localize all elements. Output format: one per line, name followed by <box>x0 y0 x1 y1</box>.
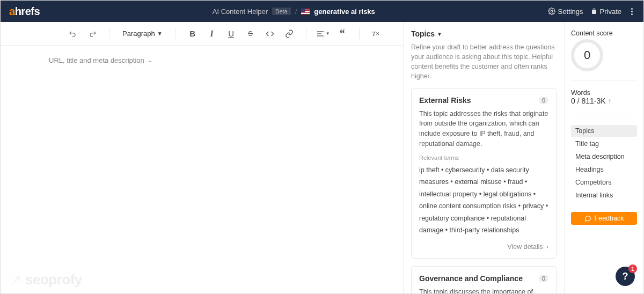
chevron-down-icon: ⌄ <box>148 57 152 63</box>
gear-icon <box>548 8 555 15</box>
header-right: Settings Private <box>548 6 635 17</box>
feedback-button[interactable]: Feedback <box>571 212 637 225</box>
view-details-label: View details <box>507 243 543 251</box>
bold-button[interactable]: B <box>185 26 201 42</box>
quote-button[interactable]: “ <box>334 26 350 42</box>
nav-list: Topics Title tag Meta description Headin… <box>571 125 637 201</box>
watermark-text: seoprofy <box>25 271 82 288</box>
paragraph-dropdown[interactable]: Paragraph ▼ <box>118 30 167 38</box>
topic-card-title: External Risks <box>419 96 471 105</box>
words-value-row: 0 / 811-3K ↑ <box>571 97 637 105</box>
chat-icon <box>584 215 591 222</box>
link-button[interactable] <box>281 26 297 42</box>
svg-point-0 <box>551 10 553 12</box>
paragraph-label: Paragraph <box>122 30 155 38</box>
topics-panel: Topics ▼ Refine your draft to better add… <box>403 22 564 293</box>
product-name: AI Content Helper <box>213 8 268 16</box>
undo-button[interactable] <box>65 26 81 42</box>
topic-card-terms: ip theft • cybersecurity • data security… <box>419 164 548 237</box>
topics-panel-desc: Refine your draft to better address the … <box>411 42 557 82</box>
chevron-right-icon: › <box>546 243 548 251</box>
relevant-terms-label: Relevant terms <box>419 155 548 161</box>
content-score-section: Content score 0 <box>571 30 637 71</box>
url-title-meta-toggle[interactable]: URL, title and meta description ⌄ <box>49 56 371 64</box>
divider <box>571 80 637 80</box>
chevron-down-icon: ▼ <box>437 31 442 37</box>
code-button[interactable] <box>262 26 278 42</box>
nav-headings[interactable]: Headings <box>571 164 637 175</box>
lock-icon <box>591 8 597 14</box>
view-details-link[interactable]: View details › <box>419 243 548 251</box>
settings-label: Settings <box>558 8 583 16</box>
topic-card-desc: This topic discusses the importance of g… <box>419 287 548 294</box>
nav-competitors[interactable]: Competitors <box>571 177 637 188</box>
words-value: 0 / 811-3K <box>571 97 606 105</box>
main-layout: Paragraph ▼ B I U S ▼ “ T✕ URL, title an… <box>1 22 643 293</box>
clear-format-button[interactable]: T✕ <box>368 26 384 42</box>
logo-a: a <box>9 5 15 17</box>
feedback-label: Feedback <box>595 215 624 222</box>
header-breadcrumb: AI Content Helper Beta / generative ai r… <box>46 8 541 16</box>
nav-meta-description[interactable]: Meta description <box>571 151 637 163</box>
private-link[interactable]: Private <box>591 8 621 16</box>
score-panel: Content score 0 Words 0 / 811-3K ↑ Topic… <box>564 22 643 293</box>
breadcrumb-divider: / <box>295 8 297 16</box>
chevron-down-icon: ▼ <box>157 31 163 36</box>
menu-kebab-icon[interactable] <box>629 6 635 17</box>
editor-toolbar: Paragraph ▼ B I U S ▼ “ T✕ <box>1 22 403 46</box>
app-header: ahrefs AI Content Helper Beta / generati… <box>1 1 643 22</box>
topic-card-desc: This topic addresses the risks that orig… <box>419 109 548 149</box>
logo-rest: hrefs <box>15 5 40 17</box>
topic-card-score: 0 <box>539 275 548 282</box>
topic-name[interactable]: generative ai risks <box>314 8 375 16</box>
editor-body[interactable]: URL, title and meta description ⌄ <box>1 46 403 293</box>
nav-title-tag[interactable]: Title tag <box>571 138 637 150</box>
logo[interactable]: ahrefs <box>9 5 40 18</box>
editor-area: Paragraph ▼ B I U S ▼ “ T✕ URL, title an… <box>1 22 403 293</box>
watermark: seoprofy <box>10 271 82 288</box>
align-button[interactable]: ▼ <box>315 26 331 42</box>
underline-button[interactable]: U <box>223 26 239 42</box>
topics-panel-title[interactable]: Topics ▼ <box>411 30 557 38</box>
redo-button[interactable] <box>84 26 100 42</box>
help-badge: 1 <box>628 264 637 273</box>
topic-card: External Risks 0 This topic addresses th… <box>411 88 557 259</box>
divider <box>175 28 176 39</box>
url-meta-label: URL, title and meta description <box>49 56 144 64</box>
content-score-label: Content score <box>571 30 637 37</box>
topic-card-score: 0 <box>539 97 548 104</box>
arrow-icon <box>10 274 22 286</box>
topic-card: Governance and Compliance 0 This topic d… <box>411 266 557 294</box>
arrow-up-icon: ↑ <box>608 97 612 105</box>
content-score-value: 0 <box>571 39 603 71</box>
settings-link[interactable]: Settings <box>548 8 583 16</box>
topics-title-text: Topics <box>411 30 435 38</box>
topic-card-title: Governance and Compliance <box>419 274 523 283</box>
nav-internal-links[interactable]: Internal links <box>571 189 637 201</box>
divider <box>359 28 360 39</box>
divider <box>109 28 109 39</box>
private-label: Private <box>600 8 621 16</box>
words-label: Words <box>571 89 637 97</box>
words-section: Words 0 / 811-3K ↑ <box>571 89 637 105</box>
divider <box>306 28 306 39</box>
help-button[interactable]: ? 1 <box>616 267 635 286</box>
strike-button[interactable]: S <box>243 26 259 42</box>
flag-us-icon <box>301 9 310 14</box>
beta-badge: Beta <box>272 8 291 15</box>
divider <box>571 114 637 114</box>
italic-button[interactable]: I <box>204 26 220 42</box>
nav-topics[interactable]: Topics <box>571 125 637 137</box>
